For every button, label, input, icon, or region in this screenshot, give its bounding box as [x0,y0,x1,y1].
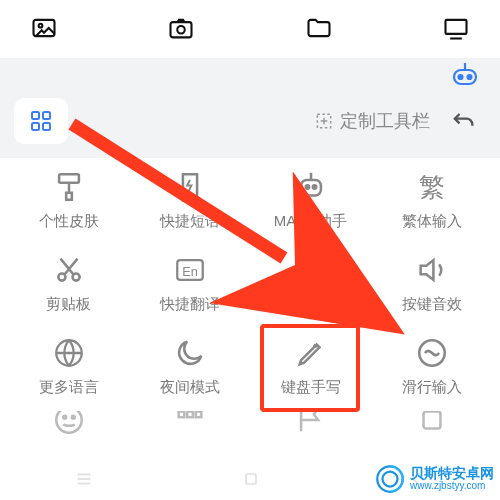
grid-item-onehand[interactable]: 单手键盘 [256,253,366,314]
speaker-icon [415,253,449,287]
moon-icon [173,336,207,370]
grid-item-swipe[interactable]: 滑行输入 [377,336,487,397]
svg-rect-11 [32,123,39,130]
watermark-text-cn: 贝斯特安卓网 [410,466,494,481]
folder-icon[interactable] [305,14,333,42]
globe-icon [52,336,86,370]
nav-recent-icon[interactable] [73,468,95,490]
customize-toolbar-label: 定制工具栏 [340,109,430,133]
customize-toolbar-button[interactable]: 定制工具栏 [314,109,430,133]
bookmark-flash-icon [173,170,207,204]
svg-rect-10 [43,112,50,119]
translate-en-icon: En [173,253,207,287]
watermark-text-en: www.zjbstyy.com [410,481,494,492]
grid-item-handwrite[interactable]: 键盘手写 [256,336,366,397]
grid-item-extra4[interactable] [377,417,487,427]
tool-grid-row: 更多语言 夜间模式 键盘手写 [0,328,500,411]
svg-point-19 [58,274,65,281]
onehand-keyboard-icon [294,253,328,287]
svg-point-1 [39,24,43,28]
grid-item-keysound[interactable]: 按键音效 [377,253,487,314]
nav-home-icon[interactable] [241,469,261,489]
flag-icon [294,411,328,437]
grid-item-clipboard[interactable]: 剪贴板 [14,253,124,314]
top-action-row [0,0,500,58]
grid-item-phrases[interactable]: 快捷短语 [135,170,245,231]
svg-rect-4 [445,20,466,34]
swipe-wave-icon [415,336,449,370]
customize-crop-icon [314,111,334,131]
svg-text:En: En [182,264,198,279]
svg-rect-14 [59,174,79,183]
svg-rect-31 [195,412,201,418]
watermark: 贝斯特安卓网 www.zjbstyy.com [375,464,494,494]
svg-point-27 [63,416,66,419]
pencil-icon [294,336,328,370]
traditional-char-icon: 繁 [415,170,449,204]
grid-apps-button[interactable] [14,98,68,144]
paint-roller-icon [52,170,86,204]
toolbar-row: 定制工具栏 [0,68,500,158]
picture-icon[interactable] [30,14,58,42]
grid-item-morelang[interactable]: 更多语言 [14,336,124,397]
svg-rect-9 [32,112,39,119]
svg-point-20 [72,274,79,281]
grid-item-skin[interactable]: 个性皮肤 [14,170,124,231]
svg-rect-2 [171,22,192,37]
scissors-icon [52,253,86,287]
keyboard-tool-panel: 定制工具栏 个性皮肤 [0,58,500,441]
shape-icon [415,411,449,437]
grid-item-extra3[interactable] [256,417,366,427]
emoji-icon [52,411,86,437]
svg-rect-12 [43,123,50,130]
svg-point-17 [305,185,308,188]
svg-point-18 [312,185,315,188]
tool-grid-row: 个性皮肤 快捷短语 [0,162,500,245]
grid-item-night[interactable]: 夜间模式 [135,336,245,397]
grid-item-traditional[interactable]: 繁 繁体输入 [377,170,487,231]
svg-point-3 [178,26,185,33]
tool-grid-row: 剪贴板 En 快捷翻译 单手键盘 [0,245,500,328]
svg-rect-37 [246,474,256,484]
grid-item-quicktranslate[interactable]: En 快捷翻译 [135,253,245,314]
tool-grid-row [0,411,500,441]
undo-button[interactable] [444,102,482,140]
monitor-icon[interactable] [442,14,470,42]
grid-item-mara[interactable]: MARA助手 [256,170,366,231]
svg-rect-32 [423,412,440,429]
robot-head-icon [294,170,328,204]
svg-rect-15 [301,180,321,196]
watermark-logo-icon [375,464,405,494]
grid-small-icon [173,411,207,437]
svg-point-28 [71,416,74,419]
svg-point-26 [56,411,82,433]
svg-point-39 [383,472,398,487]
grid-item-extra2[interactable] [135,417,245,427]
svg-rect-29 [178,412,184,418]
grid-item-extra1[interactable] [14,417,124,427]
camera-icon[interactable] [167,14,195,42]
svg-rect-23 [299,260,322,280]
tool-grid: 个性皮肤 快捷短语 [0,158,500,441]
svg-rect-30 [187,412,193,418]
